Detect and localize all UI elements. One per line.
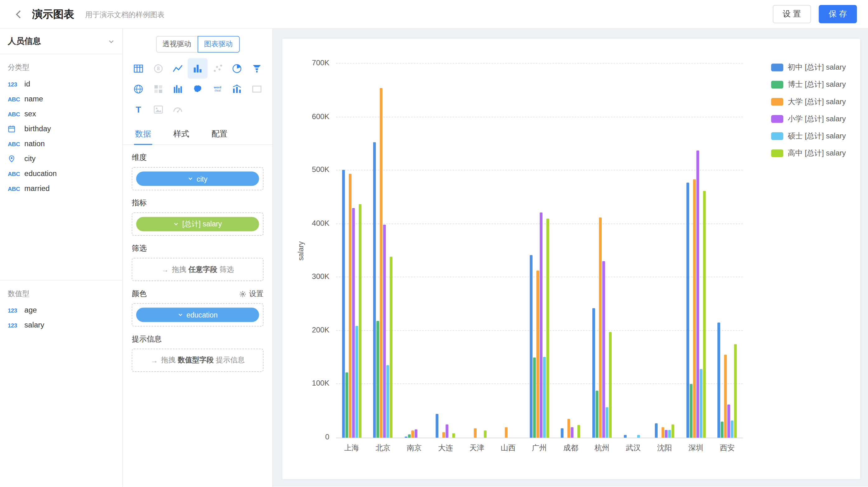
bar-chart-icon[interactable] — [188, 58, 208, 79]
bar[interactable] — [606, 408, 609, 438]
field-item-sex[interactable]: ABCsex — [0, 106, 122, 121]
bar[interactable] — [661, 427, 664, 437]
mode-tab-chart-driven[interactable]: 图表驱动 — [197, 36, 239, 53]
metric-dropzone[interactable]: [总计] salary — [132, 213, 263, 236]
dataset-selector[interactable]: 人员信息 — [0, 29, 122, 55]
bar[interactable] — [387, 365, 390, 438]
bar[interactable] — [355, 326, 358, 437]
bar[interactable] — [717, 323, 720, 437]
bar[interactable] — [436, 414, 439, 437]
bar[interactable] — [571, 427, 574, 437]
field-item-married[interactable]: ABCmarried — [0, 181, 122, 196]
save-button[interactable]: 保 存 — [819, 5, 857, 23]
bar[interactable] — [637, 435, 640, 438]
back-button[interactable] — [11, 6, 27, 22]
dimension-dropzone[interactable]: city — [132, 167, 263, 190]
bar[interactable] — [689, 384, 692, 438]
legend-item[interactable]: 大学 [总计] salary — [771, 97, 846, 107]
color-dropzone[interactable]: education — [132, 303, 263, 327]
bar[interactable] — [703, 191, 706, 438]
bar[interactable] — [452, 433, 455, 438]
dimension-pill-city[interactable]: city — [136, 172, 259, 186]
combo-chart-icon[interactable] — [227, 79, 247, 99]
bar[interactable] — [442, 432, 445, 437]
bar[interactable] — [727, 404, 730, 438]
scatter-chart-icon[interactable] — [208, 58, 227, 79]
color-settings-button[interactable]: 设置 — [239, 289, 264, 299]
legend-item[interactable]: 博士 [总计] salary — [771, 79, 846, 90]
legend-item[interactable]: 初中 [总计] salary — [771, 63, 846, 72]
bar[interactable] — [536, 270, 539, 438]
bar[interactable] — [411, 431, 414, 437]
bar[interactable] — [609, 332, 612, 437]
bar[interactable] — [655, 423, 658, 437]
bar[interactable] — [342, 170, 345, 438]
bar[interactable] — [408, 434, 411, 437]
bar[interactable] — [568, 419, 570, 437]
bar[interactable] — [693, 179, 695, 438]
field-item-id[interactable]: 123id — [0, 76, 122, 91]
mode-tab-pivot-driven[interactable]: 透视驱动 — [156, 36, 198, 53]
bar[interactable] — [623, 435, 626, 438]
bar[interactable] — [349, 174, 351, 438]
table-chart-icon[interactable] — [128, 58, 148, 79]
image-chart-icon[interactable] — [148, 99, 168, 120]
field-item-salary[interactable]: 123salary — [0, 318, 122, 332]
metric-pill-salary[interactable]: [总计] salary — [136, 217, 259, 231]
bar[interactable] — [599, 218, 602, 438]
bar[interactable] — [700, 369, 702, 438]
pivot-table-chart-icon[interactable] — [148, 79, 168, 99]
text-chart-icon[interactable]: T — [128, 99, 148, 120]
bar[interactable] — [734, 344, 737, 438]
bar[interactable] — [561, 428, 564, 438]
map-chart-icon[interactable] — [188, 79, 208, 99]
radar-chart-icon[interactable] — [128, 79, 148, 99]
bar[interactable] — [530, 255, 533, 438]
tooltip-dropzone[interactable]: →拖拽数值型字段提示信息 — [132, 349, 263, 372]
bar[interactable] — [665, 430, 668, 438]
bar[interactable] — [373, 142, 376, 437]
bar[interactable] — [404, 436, 407, 437]
panel-tab-config[interactable]: 配置 — [210, 124, 229, 144]
bar[interactable] — [686, 183, 689, 438]
panel-tab-style[interactable]: 样式 — [172, 124, 190, 144]
bar[interactable] — [696, 151, 699, 438]
bar[interactable] — [602, 261, 605, 437]
color-pill-education[interactable]: education — [136, 307, 259, 322]
gauge-chart-icon[interactable] — [168, 99, 188, 120]
bar[interactable] — [390, 257, 393, 438]
field-item-birthday[interactable]: birthday — [0, 121, 122, 136]
funnel-chart-icon[interactable] — [247, 58, 267, 79]
bar[interactable] — [543, 357, 546, 437]
bar[interactable] — [383, 225, 386, 438]
bar[interactable] — [414, 429, 417, 437]
histogram-chart-icon[interactable] — [168, 79, 188, 99]
legend-item[interactable]: 高中 [总计] salary — [771, 148, 846, 158]
bar[interactable] — [533, 358, 536, 438]
bar[interactable] — [376, 321, 379, 438]
field-item-age[interactable]: 123age — [0, 302, 122, 318]
line-chart-icon[interactable] — [168, 58, 188, 79]
kpi-chart-icon[interactable]: 8 — [148, 58, 168, 79]
bar[interactable] — [540, 213, 542, 437]
filter-dropzone[interactable]: →拖拽任意字段筛选 — [132, 258, 263, 281]
bar[interactable] — [731, 420, 734, 437]
bar[interactable] — [345, 372, 348, 438]
field-item-city[interactable]: city — [0, 151, 122, 166]
frame-chart-icon[interactable] — [247, 79, 267, 99]
field-item-name[interactable]: ABCname — [0, 91, 122, 106]
pie-chart-icon[interactable] — [227, 58, 247, 79]
bar[interactable] — [668, 430, 671, 438]
legend-item[interactable]: 小学 [总计] salary — [771, 114, 846, 124]
bar[interactable] — [484, 431, 487, 437]
panel-tab-data[interactable]: 数据 — [134, 124, 152, 144]
settings-button[interactable]: 设 置 — [773, 5, 811, 23]
legend-item[interactable]: 硕士 [总计] salary — [771, 131, 846, 141]
bar[interactable] — [505, 427, 508, 437]
bar[interactable] — [592, 309, 595, 438]
bar[interactable] — [671, 424, 674, 437]
bar[interactable] — [596, 391, 598, 437]
field-item-nation[interactable]: ABCnation — [0, 136, 122, 151]
bar[interactable] — [474, 428, 476, 438]
bar[interactable] — [578, 425, 581, 437]
